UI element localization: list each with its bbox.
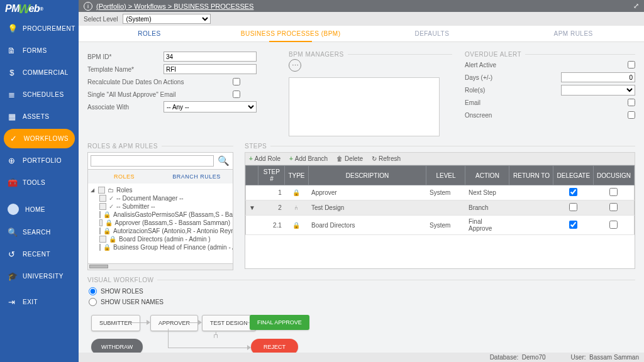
table-row[interactable]: 2.1🔒Board DirectorsSystemFinal Approve — [246, 216, 635, 235]
col-delegate[interactable]: DELEGATE — [553, 166, 594, 185]
main-tabs: ROLES BUSINESS PROCESSES (BPM) DEFAULTS … — [79, 26, 644, 42]
delete-button[interactable]: 🗑Delete — [336, 155, 363, 162]
node-submitter[interactable]: SUBMITTER — [91, 315, 140, 331]
docusign-checkbox[interactable] — [609, 221, 618, 229]
tree-item[interactable]: Business Group Head of Finance (admin - … — [113, 244, 233, 251]
sidebar-item-forms[interactable]: 🗎FORMS — [0, 40, 79, 62]
roles-search-input[interactable] — [91, 155, 214, 167]
tab-bpm[interactable]: BUSINESS PROCESSES (BPM) — [220, 26, 362, 41]
sidebar-item-label: EXIT — [23, 299, 38, 305]
onscreen-checkbox[interactable] — [628, 111, 635, 119]
table-row[interactable]: 1🔒ApproverSystemNext Step — [246, 185, 635, 200]
col-action[interactable]: ACTION — [465, 166, 509, 185]
visual-workflow-title: VISUAL WORKFLOW — [87, 277, 153, 283]
tree-hscroll[interactable] — [87, 264, 233, 270]
col-level[interactable]: LEVEL — [426, 166, 465, 185]
sidebar-item-exit[interactable]: ⇥EXIT — [0, 291, 79, 313]
delegate-checkbox[interactable] — [569, 188, 577, 196]
dollar-icon: $ — [8, 68, 16, 77]
tree-item[interactable]: -- Submitter -- — [116, 203, 155, 210]
sidebar-item-portfolio[interactable]: ⊕PORTFOLIO — [0, 150, 79, 172]
recalc-checkbox[interactable] — [233, 78, 240, 85]
expand-icon[interactable]: ⤢ — [633, 2, 639, 10]
sidebar-item-tools[interactable]: 🧰TOOLS — [0, 172, 79, 194]
single-approve-label: Single "All Must Approve" Email — [87, 91, 229, 98]
sidebar-item-label: PROCUREMENT — [23, 25, 75, 32]
node-reject[interactable]: REJECT — [251, 339, 298, 353]
sidebar-item-search[interactable]: 🔍SEARCH — [0, 221, 79, 243]
mini-tab-roles[interactable]: ROLES — [88, 170, 160, 184]
exit-icon: ⇥ — [8, 297, 16, 307]
col-return[interactable]: RETURN TO — [509, 166, 553, 185]
email-label: Email — [465, 99, 540, 106]
tab-roles[interactable]: ROLES — [79, 26, 220, 41]
bpm-managers-picker[interactable]: ⋯ — [289, 59, 301, 72]
mini-tab-branch[interactable]: BRANCH RULES — [160, 170, 233, 184]
col-desc[interactable]: DESCRIPTION — [308, 166, 426, 185]
associate-dropdown[interactable]: -- Any -- — [164, 101, 257, 112]
bpm-managers-box — [289, 77, 440, 136]
search-icon[interactable]: 🔍 — [216, 155, 230, 167]
assets-icon: ▦ — [8, 112, 16, 121]
tab-defaults[interactable]: DEFAULTS — [362, 26, 503, 41]
single-approve-checkbox[interactable] — [233, 90, 240, 98]
tree-item[interactable]: -- Document Manager -- — [116, 195, 184, 202]
col-type[interactable]: TYPE — [285, 166, 308, 185]
alert-active-checkbox[interactable] — [628, 61, 635, 69]
sidebar-item-commercial[interactable]: $COMMERCIAL — [0, 62, 79, 84]
sidebar-item-recent[interactable]: ↺RECENT — [0, 243, 79, 265]
template-input[interactable] — [164, 64, 257, 74]
sidebar-item-procurement[interactable]: 💡PROCUREMENT — [0, 18, 79, 40]
info-icon[interactable]: i — [84, 2, 92, 11]
node-withdraw[interactable]: WITHDRAW — [91, 339, 143, 353]
show-users-radio[interactable]: SHOW USER NAMES — [89, 298, 634, 306]
sidebar-item-workflows[interactable]: ✓WORKFLOWS — [4, 129, 75, 148]
level-bar: Select Level (System) — [79, 12, 644, 26]
sidebar-item-university[interactable]: 🎓UNIVERSITY — [0, 265, 79, 287]
globe-icon: ⊕ — [8, 156, 16, 165]
show-roles-radio[interactable]: SHOW ROLES — [89, 287, 634, 295]
sidebar-item-label: RECENT — [23, 251, 50, 258]
col-step[interactable]: STEP # — [258, 166, 285, 185]
node-final-approve[interactable]: FINAL APPROVE — [250, 315, 309, 330]
docusign-checkbox[interactable] — [609, 188, 618, 196]
delegate-checkbox[interactable] — [569, 221, 577, 229]
docusign-checkbox[interactable] — [609, 203, 618, 211]
logo: PMWeb® — [0, 0, 79, 18]
bpm-id-input[interactable] — [164, 52, 257, 62]
days-input[interactable] — [561, 72, 635, 82]
roles-tree[interactable]: ◢🗀Roles ✓-- Document Manager -- ✓-- Subm… — [87, 184, 233, 264]
node-approver[interactable]: APPROVER — [150, 315, 198, 331]
delegate-checkbox[interactable] — [569, 203, 577, 211]
table-row[interactable]: ▼2⑃Test DesignBranch — [246, 200, 635, 216]
alert-active-label: Alert Active — [465, 62, 540, 69]
breadcrumb: (Portfolio) > Workflows > BUSINESS PROCE… — [96, 3, 253, 10]
add-branch-button[interactable]: +Add Branch — [289, 155, 328, 162]
tree-item[interactable]: AnalisisGastoPermisoSAF (Bassam,S - Bass… — [113, 211, 233, 218]
sidebar: PMWeb® 💡PROCUREMENT 🗎FORMS $COMMERCIAL ≣… — [0, 0, 79, 362]
select-level-dropdown[interactable]: (System) — [123, 14, 211, 24]
template-label: Template Name* — [87, 66, 160, 73]
sidebar-item-label: ASSETS — [23, 113, 49, 120]
col-docusign[interactable]: DOCUSIGN — [594, 166, 635, 185]
sidebar-item-home[interactable]: HOME — [0, 197, 79, 221]
sidebar-item-schedules[interactable]: ≣SCHEDULES — [0, 84, 79, 106]
user-name: Bassam Samman — [589, 354, 639, 361]
email-checkbox[interactable] — [628, 99, 635, 106]
sidebar-item-label: FORMS — [23, 47, 47, 54]
tree-item[interactable]: Approver (Bassam,S - Bassam Samman) — [115, 219, 230, 226]
bpm-managers-title: BPM MANAGERS — [289, 51, 344, 58]
tree-item[interactable]: Board Directors (admin - Admin ) — [119, 236, 211, 243]
add-role-button[interactable]: +Add Role — [249, 155, 280, 162]
bpm-id-label: BPM ID* — [87, 53, 160, 60]
tab-apm[interactable]: APM RULES — [502, 26, 644, 41]
node-test-design[interactable]: TEST DESIGN — [202, 315, 256, 331]
roles-dropdown[interactable] — [561, 85, 635, 96]
tree-item[interactable]: AutorizacionSAF (Antonio,R - Antonio Rey… — [113, 228, 233, 234]
sidebar-item-label: PORTFOLIO — [23, 157, 62, 164]
sidebar-item-assets[interactable]: ▦ASSETS — [0, 106, 79, 128]
search-icon: 🔍 — [8, 228, 16, 237]
tree-root[interactable]: Roles — [116, 187, 133, 194]
refresh-button[interactable]: ↻Refresh — [372, 155, 401, 162]
roles-panel-title: ROLES & APM RULES — [87, 143, 158, 150]
